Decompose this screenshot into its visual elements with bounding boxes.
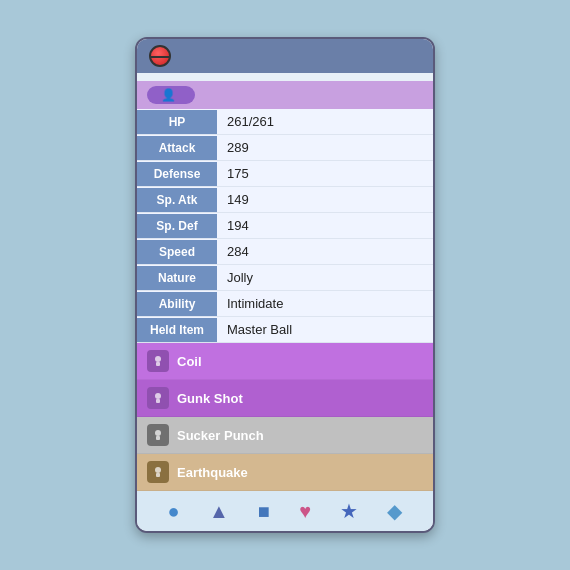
move-row: Earthquake bbox=[137, 454, 433, 491]
svg-rect-1 bbox=[156, 362, 160, 366]
move-row: Coil bbox=[137, 343, 433, 380]
svg-rect-7 bbox=[156, 473, 160, 477]
move-type-icon bbox=[147, 350, 169, 372]
move-type-icon bbox=[147, 461, 169, 483]
move-name: Earthquake bbox=[177, 465, 248, 480]
stat-label: HP bbox=[137, 110, 217, 134]
stat-value: 149 bbox=[217, 187, 259, 212]
stat-value: 284 bbox=[217, 239, 259, 264]
stat-label: Ability bbox=[137, 292, 217, 316]
stat-value: 289 bbox=[217, 135, 259, 160]
svg-point-6 bbox=[155, 467, 161, 473]
stat-row: HP261/261 bbox=[137, 109, 433, 135]
move-type-icon bbox=[147, 424, 169, 446]
subheader bbox=[137, 73, 433, 81]
triangle-icon: ▲ bbox=[209, 500, 229, 523]
stat-label: Speed bbox=[137, 240, 217, 264]
stat-row: Sp. Def194 bbox=[137, 213, 433, 239]
stat-value: Jolly bbox=[217, 265, 263, 290]
stat-row: Defense175 bbox=[137, 161, 433, 187]
svg-rect-5 bbox=[156, 436, 160, 440]
stat-label: Attack bbox=[137, 136, 217, 160]
move-row: Gunk Shot bbox=[137, 380, 433, 417]
stat-value: 194 bbox=[217, 213, 259, 238]
stat-label: Nature bbox=[137, 266, 217, 290]
stat-row: Held ItemMaster Ball bbox=[137, 317, 433, 343]
star-icon: ★ bbox=[340, 499, 358, 523]
stat-row: Sp. Atk149 bbox=[137, 187, 433, 213]
moves-area: Coil Gunk Shot Sucker Punch Earthquake bbox=[137, 343, 433, 491]
move-row: Sucker Punch bbox=[137, 417, 433, 454]
card-footer: ●▲■♥★◆ bbox=[137, 491, 433, 531]
type-row: 👤 bbox=[137, 81, 433, 109]
stat-value: Intimidate bbox=[217, 291, 293, 316]
stat-row: NatureJolly bbox=[137, 265, 433, 291]
pokeball-icon bbox=[149, 45, 171, 67]
svg-point-2 bbox=[155, 393, 161, 399]
stat-label: Held Item bbox=[137, 318, 217, 342]
circle-icon: ● bbox=[168, 500, 180, 523]
pokemon-card: 👤 HP261/261Attack289Defense175Sp. Atk149… bbox=[135, 37, 435, 533]
stat-label: Sp. Def bbox=[137, 214, 217, 238]
card-header bbox=[137, 39, 433, 73]
svg-point-4 bbox=[155, 430, 161, 436]
move-name: Coil bbox=[177, 354, 202, 369]
type-badge: 👤 bbox=[147, 86, 195, 104]
stats-area: HP261/261Attack289Defense175Sp. Atk149Sp… bbox=[137, 109, 433, 343]
stat-value: 175 bbox=[217, 161, 259, 186]
stat-label: Sp. Atk bbox=[137, 188, 217, 212]
stat-value: 261/261 bbox=[217, 109, 284, 134]
stat-row: Attack289 bbox=[137, 135, 433, 161]
header-left bbox=[149, 45, 187, 67]
stat-label: Defense bbox=[137, 162, 217, 186]
move-name: Sucker Punch bbox=[177, 428, 264, 443]
stat-row: AbilityIntimidate bbox=[137, 291, 433, 317]
move-type-icon bbox=[147, 387, 169, 409]
diamond-icon: ◆ bbox=[387, 499, 402, 523]
svg-point-0 bbox=[155, 356, 161, 362]
square-icon: ■ bbox=[258, 500, 270, 523]
stat-row: Speed284 bbox=[137, 239, 433, 265]
svg-rect-3 bbox=[156, 399, 160, 403]
heart-icon: ♥ bbox=[299, 500, 311, 523]
stat-value: Master Ball bbox=[217, 317, 302, 342]
move-name: Gunk Shot bbox=[177, 391, 243, 406]
type-icon: 👤 bbox=[161, 88, 176, 102]
